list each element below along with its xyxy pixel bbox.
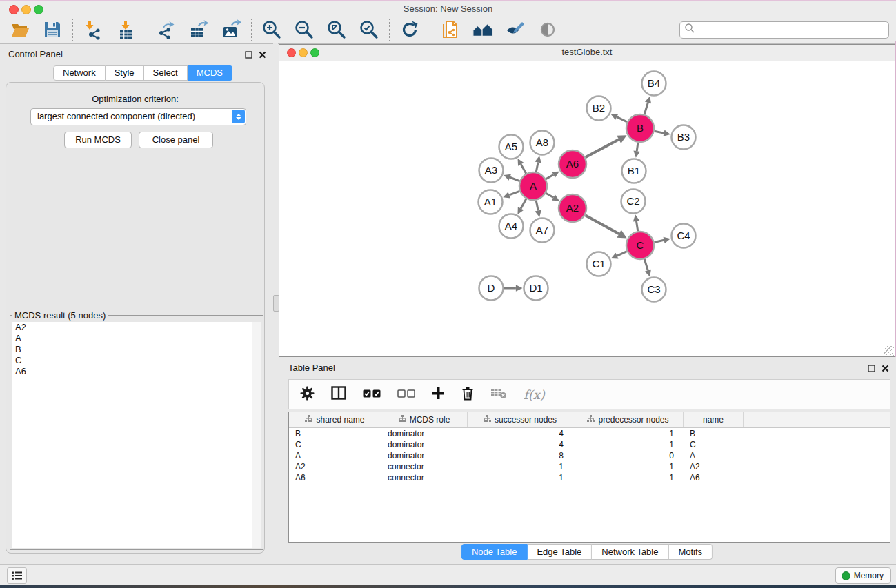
result-item[interactable]: A6 [12,366,261,377]
tab-mcds[interactable]: MCDS [188,65,232,81]
graph-node-C4[interactable]: C4 [672,224,696,248]
import-network-icon[interactable] [82,19,104,41]
node-table[interactable]: shared nameMCDS rolesuccessor nodesprede… [288,412,890,543]
graph-edge-B-B3[interactable] [655,131,664,133]
graph-node-C1[interactable]: C1 [587,252,611,276]
graph-edge-A-A1[interactable] [509,191,519,195]
graph-edge-A-A2[interactable] [546,193,553,197]
graph-edge-B-B4[interactable] [644,103,648,114]
graph-node-B4[interactable]: B4 [642,72,666,96]
graph-node-A[interactable]: A [519,172,547,200]
tab-motifs[interactable]: Motifs [668,544,713,560]
add-column-icon[interactable] [432,387,445,403]
table-row[interactable]: A2connector11A2 [289,461,890,472]
graph-node-A6[interactable]: A6 [559,150,586,178]
graph-edge-A-A5[interactable] [521,164,526,173]
graph-edge-C-C4[interactable] [654,240,664,242]
result-item[interactable]: A [12,333,261,344]
run-mcds-button[interactable]: Run MCDS [64,132,132,148]
export-table-icon[interactable] [188,19,210,41]
graph-edge-A-A6[interactable] [546,174,553,179]
network-window-titlebar[interactable]: testGlobe.txt [279,45,895,61]
settings-gear-icon[interactable] [300,386,315,403]
tab-select[interactable]: Select [144,65,188,81]
graph-edge-A-A8[interactable] [536,162,538,172]
column-layout-icon[interactable] [331,386,346,403]
graph-node-A5[interactable]: A5 [499,135,524,159]
graph-node-C3[interactable]: C3 [642,278,666,302]
graph-edge-A-A4[interactable] [521,199,526,208]
result-item[interactable]: C [12,355,261,366]
scrollbar-track[interactable] [252,322,261,548]
criterion-select[interactable]: largest connected component (directed) [30,108,246,125]
column-header-shared-name[interactable]: shared name [289,412,381,427]
mcds-result-list[interactable]: A2ABCA6 [12,322,261,548]
graph-node-B1[interactable]: B1 [622,159,646,183]
deselect-all-icon[interactable] [397,388,415,401]
zoom-out-icon[interactable] [293,19,315,41]
close-traffic-light[interactable] [287,48,296,57]
close-panel-button[interactable]: Close panel [139,132,213,148]
graph-node-D1[interactable]: D1 [524,276,548,301]
graph-node-B3[interactable]: B3 [672,125,696,150]
function-builder-icon[interactable]: f(x) [524,387,545,402]
graph-node-C[interactable]: C [626,232,654,259]
graph-node-B[interactable]: B [626,114,654,142]
result-item[interactable]: B [12,344,261,355]
column-header-successor-nodes[interactable]: successor nodes [468,412,573,427]
close-icon[interactable] [259,49,266,61]
refresh-icon[interactable] [399,19,421,41]
search-field[interactable] [679,21,889,39]
result-item[interactable]: A2 [12,322,261,333]
zoom-traffic-light[interactable] [34,5,43,14]
table-row[interactable]: Bdominator41B [289,428,890,439]
zoom-fit-icon[interactable] [326,19,348,41]
eye-slash-icon[interactable] [504,19,526,41]
graph-edge-A2-C[interactable] [585,215,619,234]
eye-icon[interactable] [537,19,559,41]
zoom-selected-icon[interactable] [358,19,380,41]
close-icon[interactable] [882,363,889,375]
graph-edge-B-B1[interactable] [637,143,638,151]
tab-network[interactable]: Network [53,65,106,81]
graph-edge-C-C1[interactable] [617,252,627,256]
panel-splitter[interactable] [273,43,278,564]
export-image-icon[interactable] [220,19,242,41]
close-traffic-light[interactable] [9,5,19,14]
minimize-traffic-light[interactable] [299,48,308,57]
float-icon[interactable] [868,363,875,375]
graph-node-A4[interactable]: A4 [499,214,524,239]
graph-node-C2[interactable]: C2 [621,190,646,214]
table-row[interactable]: Cdominator41C [289,439,890,450]
graph-edge-C-C3[interactable] [644,259,648,270]
graph-edge-C-C2[interactable] [636,221,637,232]
import-table-icon[interactable] [115,19,137,41]
graph-node-A3[interactable]: A3 [479,159,504,183]
home-icon[interactable] [472,19,494,41]
open-file-icon[interactable] [9,19,31,41]
graph-node-A1[interactable]: A1 [479,190,503,214]
tab-node-table[interactable]: Node Table [461,544,528,560]
graph-edge-A-A3[interactable] [510,177,519,181]
zoom-in-icon[interactable] [261,19,283,41]
menu-list-button[interactable] [7,567,27,584]
table-row[interactable]: A6connector11A6 [289,472,890,483]
graph-node-D[interactable]: D [479,276,504,301]
graph-edge-B-B2[interactable] [617,117,627,122]
document-share-icon[interactable] [439,19,461,41]
tab-network-table[interactable]: Network Table [592,544,668,560]
delete-table-icon[interactable] [490,387,507,402]
graph-edge-A6-B[interactable] [586,139,619,157]
graph-node-A2[interactable]: A2 [559,194,586,222]
search-input[interactable] [695,23,888,37]
graph-node-A7[interactable]: A7 [530,219,555,243]
column-header-mcds-role[interactable]: MCDS role [381,412,468,427]
minimize-traffic-light[interactable] [21,5,31,14]
column-header-name[interactable]: name [684,412,744,427]
graph-node-A8[interactable]: A8 [530,131,555,155]
tab-style[interactable]: Style [106,65,144,81]
select-all-icon[interactable] [363,388,381,401]
network-canvas[interactable]: AA1A2A3A4A5A6A7A8BB1B2B3B4CC1C2C3C4DD1 [279,61,893,355]
float-icon[interactable] [245,49,252,61]
graph-edge-A-A7[interactable] [536,201,538,211]
